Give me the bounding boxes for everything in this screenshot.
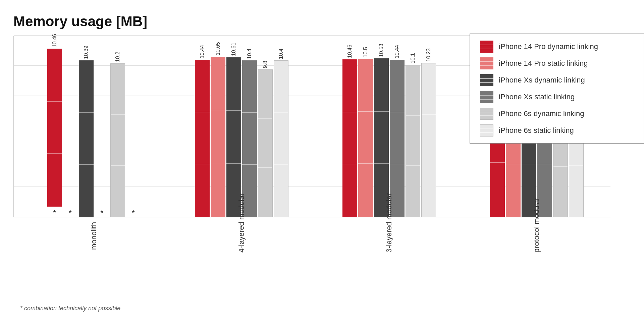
bar-iphone6s-dynamic [258,69,273,217]
bar-value-label: 10.61 [231,43,237,56]
bar-wrapper-2-1: 10.5 [358,47,373,217]
bar-value-label: 10.53 [378,44,384,57]
bar-value-label: 10.46 [52,34,58,47]
bar-monolith-0 [47,49,62,207]
legend-swatch-0 [480,41,493,53]
bar-inner [211,57,225,217]
bar-wrapper-1-3: 10.4 [242,49,257,217]
bar-value-label: 10.5 [363,47,369,57]
bar-iphone6s-dynamic [406,65,420,218]
chart-container: Memory usage [MB] 024681012 memory usage… [13,13,644,315]
bar-inner [195,60,210,217]
x-label-0: monolith [90,219,98,253]
legend-swatch-1 [480,57,493,69]
legend-item-4: iPhone 6s dynamic linking [480,108,634,120]
x-label-3: protocol modular [532,219,541,253]
bar-wrapper-0-4: 10.2 [110,52,125,217]
bar-value-label: 10.44 [394,45,400,58]
legend-item-3: iPhone Xs static linking [480,91,634,103]
x-label-1: 4-layered modular [237,219,246,253]
bar-wrapper-0-3: * [95,205,109,217]
bar-group-0: 10.46**10.39*10.2* [47,34,141,217]
bar-wrapper-1-5: 10.4 [274,49,288,217]
bar-iphone6s-static [274,60,288,217]
legend-label-5: iPhone 6s static linking [499,126,574,135]
x-label-2: 3-layered modular [385,219,393,253]
asterisk-label: * [132,209,135,217]
legend-item-5: iPhone 6s static linking [480,124,634,137]
bar-group-2: 10.4610.510.5310.4410.110.23 [342,44,436,217]
bar-inner [358,59,373,218]
chart-area: 024681012 memory usage [MB] 10.46**10.39… [13,36,644,244]
bar-monolith-4 [110,63,125,217]
bar-wrapper-2-2: 10.53 [374,44,389,217]
bar-wrapper-1-0: 10.44 [195,45,210,217]
bar-inner [258,69,273,217]
legend: iPhone 14 Pro dynamic linkingiPhone 14 P… [470,34,644,144]
asterisk-label: * [100,209,103,217]
bar-value-label: 9.8 [262,61,268,68]
bar-value-label: 10.65 [215,42,221,55]
bar-value-label: 10.39 [83,46,89,59]
bar-iphone14pro-static [358,59,373,218]
asterisk-label: * [69,209,72,217]
bar-wrapper-2-0: 10.46 [342,45,357,217]
bar-monolith-empty-1 [63,205,78,207]
bar-value-label: 10.4 [278,49,284,59]
bar-iphone14pro-static [211,57,225,217]
bar-group-1: 10.4410.6510.6110.49.810.4 [195,42,288,217]
legend-label-3: iPhone Xs static linking [499,93,575,101]
x-labels: monolith4-layered modular3-layered modul… [20,219,610,259]
bar-inner [47,49,62,207]
bar-value-label: 10.4 [247,49,253,59]
chart-title: Memory usage [MB] [13,13,644,30]
bar-inner [406,65,420,218]
bar-wrapper-0-2: 10.39 [79,46,94,217]
legend-label-4: iPhone 6s dynamic linking [499,109,584,118]
bar-wrapper-2-3: 10.44 [390,45,405,217]
asterisk-label: * [53,209,56,217]
bar-monolith-empty-5 [126,205,141,207]
bar-wrapper-0-5: * [126,205,141,217]
bar-wrapper-1-2: 10.61 [226,43,241,217]
bar-iphone14pro-dynamic [342,59,357,217]
legend-swatch-4 [480,108,493,120]
bar-monolith-empty-3 [95,205,109,207]
bar-inner [342,59,357,217]
bar-inner [421,63,436,217]
bar-value-label: 10.23 [426,48,432,62]
legend-label-0: iPhone 14 Pro dynamic linking [499,42,598,51]
legend-item-2: iPhone Xs dynamic linking [480,74,634,86]
bar-monolith-2 [79,60,94,217]
bar-iphone6s-static [421,63,436,217]
footnote: * combination technically not possible [20,305,120,312]
bar-wrapper-1-1: 10.65 [211,42,225,217]
bar-wrapper-0-0: 10.46* [47,34,62,217]
bar-value-label: 10.2 [115,52,121,62]
bar-iphone14pro-dynamic [195,60,210,217]
legend-swatch-3 [480,91,493,103]
legend-swatch-2 [480,74,493,86]
bar-inner [274,60,288,217]
legend-label-2: iPhone Xs dynamic linking [499,76,585,85]
bar-inner [110,63,125,217]
bar-value-label: 10.44 [199,45,205,58]
legend-item-1: iPhone 14 Pro static linking [480,57,634,69]
bar-wrapper-2-4: 10.1 [406,53,420,217]
legend-label-1: iPhone 14 Pro static linking [499,59,588,68]
legend-item-0: iPhone 14 Pro dynamic linking [480,41,634,53]
bar-wrapper-2-5: 10.23 [421,48,436,217]
bar-wrapper-0-1: * [63,205,78,217]
bar-inner [79,60,94,217]
bar-wrapper-1-4: 9.8 [258,61,273,217]
bar-value-label: 10.1 [410,53,416,63]
legend-swatch-5 [480,124,493,137]
bar-value-label: 10.46 [347,45,353,58]
